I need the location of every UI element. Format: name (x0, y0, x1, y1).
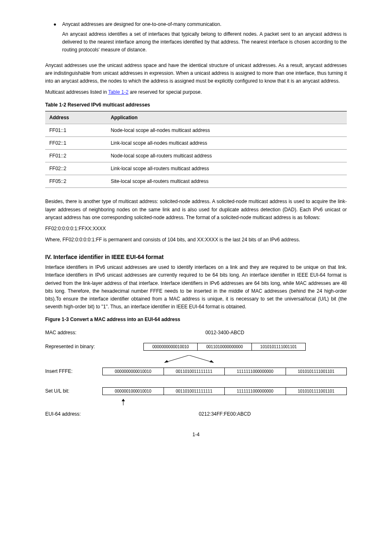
solicited-format: FF02:0:0:0:0:1:FFXX:XXXX (45, 225, 347, 233)
diag-cell: 1010101111001101 (251, 343, 306, 351)
cell-app: Node-local scope all-routers multicast a… (106, 150, 347, 162)
bullet-detail: An anycast address identifies a set of i… (62, 31, 347, 53)
multicast-intro: Multicast addresses listed in Table 1-2 … (45, 88, 347, 96)
eui-paragraph: Interface identifiers in IPv6 unicast ad… (45, 264, 347, 311)
cell-addr: FF05::2 (45, 175, 106, 188)
svg-marker-5 (122, 399, 125, 401)
diag-cell: 1111111000000000 (224, 368, 286, 375)
anycast-paragraph: Anycast addresses use the unicast addres… (45, 62, 347, 86)
cell-addr: FF02::1 (45, 137, 106, 150)
page-number: 1-4 (45, 432, 347, 437)
diag-cell: 0011010000000000 (197, 343, 251, 351)
diag-cell: 0011010011111111 (164, 368, 225, 375)
cell-addr: FF01::1 (45, 124, 106, 137)
table-row: FF01::2Node-local scope all-routers mult… (45, 150, 347, 162)
col-address: Address (45, 111, 106, 124)
diag-label-mac: MAC address: (45, 330, 103, 335)
cell-addr: FF01::2 (45, 150, 106, 162)
diag-cell: 0011010011111111 (164, 387, 225, 395)
table-link[interactable]: Table 1-2 (108, 89, 128, 95)
cell-app: Site-local scope all-routers multicast a… (106, 175, 347, 188)
cell-app: Link-local scope all-routers multicast a… (106, 162, 347, 175)
diag-cell: 1010101111001101 (286, 368, 347, 375)
table-row: FF01::1Node-local scope all-nodes multic… (45, 124, 347, 137)
diag-cell: 1111111000000000 (224, 387, 286, 395)
bullet-text: Anycast addresses are designed for one-t… (62, 21, 221, 27)
solicited-note: Where, FF02:0:0:0:0:1:FF is permanent an… (45, 236, 347, 244)
bullet-anycast: ● Anycast addresses are designed for one… (53, 21, 347, 58)
diag-eui64-value: 0212:34FF:FE00:ABCD (103, 411, 347, 417)
diag-cell: 0000001000010010 (102, 387, 164, 395)
table-row: FF05::2Site-local scope all-routers mult… (45, 175, 347, 188)
diag-label-eui64: EUI-64 address: (45, 411, 103, 417)
figure-caption: Figure 1-3 Convert a MAC address into an… (45, 317, 347, 322)
multicast-intro-text: Multicast addresses listed in (45, 89, 108, 95)
cell-addr: FF02::2 (45, 162, 106, 175)
solicited-paragraph: Besides, there is another type of multic… (45, 198, 347, 222)
diag-mac-value: 0012-3400-ABCD (103, 330, 347, 335)
diag-label-ulbit: Set U/L bit: (45, 388, 103, 394)
reserved-multicast-table: Address Application FF01::1Node-local sc… (45, 111, 347, 188)
heading-eui64: IV. Interface identifier in IEEE EUI-64 … (45, 254, 347, 260)
svg-line-0 (164, 355, 189, 363)
diag-label-binary: Represented in binary: (45, 344, 103, 349)
diag-cell: 0000000000010010 (102, 368, 164, 375)
svg-line-2 (189, 355, 214, 363)
multicast-intro-tail: are reserved for special purpose. (129, 89, 202, 95)
diag-cell: 1010101111001101 (286, 387, 347, 395)
split-arrow-icon (136, 355, 347, 363)
eui64-diagram: MAC address: 0012-3400-ABCD Represented … (45, 327, 347, 419)
ul-arrow-icon (119, 398, 347, 407)
table-row: FF02::2Link-local scope all-routers mult… (45, 162, 347, 175)
cell-app: Node-local scope all-nodes multicast add… (106, 124, 347, 137)
table-caption: Table 1-2 Reserved IPv6 multicast addres… (45, 102, 347, 108)
diag-label-insert: Insert FFFE: (45, 368, 103, 374)
table-row: FF02::1Link-local scope all-nodes multic… (45, 137, 347, 150)
cell-app: Link-local scope all-nodes multicast add… (106, 137, 347, 150)
col-application: Application (106, 111, 347, 124)
bullet-dot: ● (53, 21, 56, 58)
diag-cell: 0000000000010010 (143, 343, 198, 351)
